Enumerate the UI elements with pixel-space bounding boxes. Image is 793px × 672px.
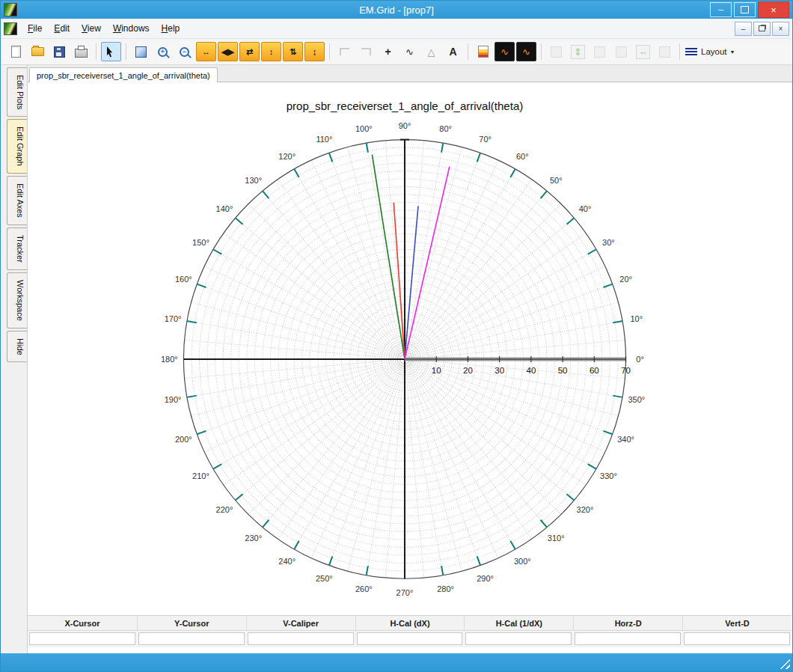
svg-text:230°: 230° [245, 534, 262, 543]
status-col-h-cal-dx: H-Cal (dX) [355, 616, 465, 631]
zoom-out-button[interactable]: − [174, 42, 195, 61]
svg-text:170°: 170° [165, 314, 182, 323]
status-col-vert-d: Vert-D [682, 616, 792, 631]
save-button[interactable] [49, 42, 70, 61]
sidebar-tab-hide[interactable]: Hide [7, 331, 27, 363]
new-document-button[interactable] [6, 42, 26, 61]
zoom-in-button[interactable]: + [153, 42, 173, 61]
open-file-button[interactable] [28, 42, 48, 61]
svg-text:120°: 120° [278, 153, 296, 162]
window-title: EM.Grid - [prop7] [1, 4, 792, 16]
status-col-v-caliper: V-Caliper [246, 616, 355, 631]
toolbar-separator [329, 43, 330, 60]
text-label-button[interactable]: A [443, 42, 463, 61]
sidebar-tab-edit-plots[interactable]: Edit Plots [7, 67, 27, 117]
svg-text:10: 10 [432, 366, 441, 375]
titlebar: EM.Grid - [prop7] –× [1, 1, 792, 19]
status-col-y-cursor: Y-Cursor [137, 616, 246, 631]
layout-dropdown-button[interactable]: Layout▼ [685, 42, 735, 61]
resize-grip-icon[interactable] [780, 659, 790, 669]
triangle-marker-button: △ [421, 42, 441, 61]
menu-view[interactable]: View [76, 20, 107, 37]
menu-help[interactable]: Help [156, 20, 186, 37]
maximize-icon [741, 6, 749, 13]
status-value-h-cal-1-dx [465, 632, 572, 645]
zoom-window-button[interactable] [131, 42, 151, 61]
svg-text:10°: 10° [630, 314, 643, 323]
placeholder-2-icon [594, 46, 605, 58]
status-value-horz-d [575, 632, 681, 645]
status-value-y-cursor [138, 632, 245, 645]
child-close-button[interactable]: × [772, 22, 789, 36]
maximize-button[interactable] [734, 2, 756, 17]
svg-text:220°: 220° [216, 505, 233, 514]
svg-text:140°: 140° [216, 204, 233, 213]
close-button[interactable]: × [758, 1, 789, 18]
svg-text:70°: 70° [479, 135, 492, 144]
zoom-window-icon [135, 46, 147, 58]
svg-text:250°: 250° [316, 574, 333, 583]
menu-file[interactable]: File [22, 20, 48, 37]
svg-text:320°: 320° [577, 505, 594, 514]
child-minimize-button[interactable]: – [735, 22, 752, 36]
child-restore-button[interactable] [753, 22, 771, 36]
plot-canvas[interactable]: 102030405060700°10°20°30°40°50°60°70°80°… [28, 82, 792, 615]
dark-plot-style-2-icon: ∿ [522, 47, 530, 57]
menu-windows[interactable]: Windows [107, 20, 156, 37]
trace-ray-green [372, 155, 405, 359]
svg-text:340°: 340° [617, 435, 634, 444]
trace-cursor-button[interactable]: ∿ [399, 42, 420, 61]
corner-marker-right-icon [361, 48, 371, 55]
expand-vertical-button[interactable]: ↕ [261, 42, 281, 61]
fit-vertical-button[interactable]: ↨ [304, 42, 325, 61]
print-button[interactable] [71, 42, 91, 61]
menu-edit[interactable]: Edit [48, 20, 76, 37]
text-label-icon: A [449, 46, 456, 57]
pan-horizontal-button[interactable]: ◀▶ [218, 42, 238, 61]
crosshair-button[interactable]: + [378, 42, 398, 61]
svg-text:50°: 50° [550, 176, 563, 185]
pan-horizontal-icon: ◀▶ [221, 48, 234, 56]
dark-plot-style-1-button[interactable]: ∿ [495, 42, 515, 61]
expand-horizontal-icon: ↔ [202, 48, 210, 56]
svg-text:20°: 20° [619, 275, 632, 284]
dark-plot-style-1-icon: ∿ [500, 47, 509, 57]
placeholder-1-icon [551, 46, 562, 58]
cursor-status-table: X-CursorY-CursorV-CaliperH-Cal (dX)H-Cal… [28, 615, 792, 647]
fit-axes-horizontal-button: ⇔ [633, 42, 653, 61]
fit-axes-horizontal-icon: ⇔ [636, 45, 650, 59]
select-cursor-icon [107, 46, 116, 58]
placeholder-3-button [611, 42, 631, 61]
save-icon [54, 46, 65, 58]
trace-ray-blue [405, 206, 418, 359]
svg-text:190°: 190° [165, 395, 182, 404]
sidebar-tab-tracker[interactable]: Tracker [7, 227, 27, 270]
document-tab[interactable]: prop_sbr_receiverset_1_angle_of_arrival(… [29, 67, 218, 82]
svg-text:0°: 0° [636, 355, 644, 364]
fit-horizontal-icon: ⇄ [246, 48, 253, 56]
toolbar-separator [468, 43, 468, 60]
status-col-h-cal-1-dx: H-Cal (1/dX) [464, 616, 573, 631]
dark-plot-style-2-button[interactable]: ∿ [516, 42, 536, 61]
pan-vertical-button[interactable]: ⇅ [283, 42, 303, 61]
expand-horizontal-button[interactable]: ↔ [196, 42, 216, 61]
svg-text:90°: 90° [399, 121, 411, 130]
svg-text:180°: 180° [161, 355, 178, 364]
placeholder-3-icon [616, 46, 627, 58]
select-cursor-button[interactable] [101, 42, 121, 61]
sidebar: Edit PlotsEdit GraphEdit AxesTrackerWork… [1, 65, 28, 653]
svg-text:280°: 280° [437, 584, 454, 593]
status-col-x-cursor: X-Cursor [28, 616, 137, 631]
sidebar-tab-edit-graph[interactable]: Edit Graph [7, 119, 27, 174]
fit-horizontal-button[interactable]: ⇄ [239, 42, 260, 61]
minimize-button[interactable]: – [710, 2, 732, 17]
status-value-vert-d [684, 632, 790, 645]
toolbar-separator [541, 43, 542, 60]
svg-text:30: 30 [495, 366, 504, 375]
trace-ray-magenta [405, 167, 450, 359]
svg-text:40: 40 [526, 366, 536, 375]
page-colors-button[interactable] [473, 42, 493, 61]
svg-text:60: 60 [590, 366, 599, 375]
sidebar-tab-workspace[interactable]: Workspace [7, 272, 27, 329]
sidebar-tab-edit-axes[interactable]: Edit Axes [7, 176, 27, 225]
